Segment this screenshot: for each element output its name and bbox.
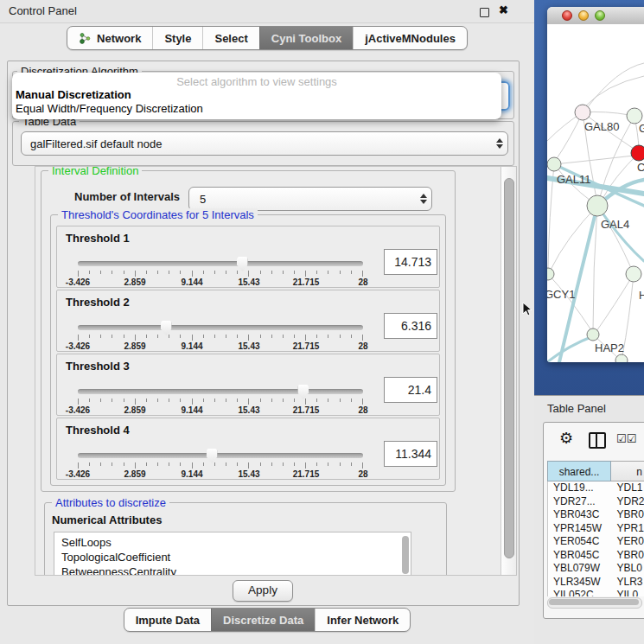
table-row[interactable]: YIL052CYIL0 [548, 589, 644, 596]
network-node-h[interactable] [626, 266, 641, 282]
threshold-coordinates-group: Threshold's Coordinates for 5 Intervals … [50, 214, 446, 486]
table-row[interactable]: YER054CYER0 [548, 535, 644, 549]
table-row[interactable]: YBR043CYBR0 [548, 508, 644, 522]
network-view-window[interactable]: GAL80GCGAL11GAL4GCY1HHAP2 [547, 7, 644, 362]
tick-mark [135, 462, 136, 469]
table-row[interactable]: YDL19...YDL1 [548, 481, 644, 495]
tick-mark [340, 462, 341, 466]
attribute-item-topologicalcoefficient[interactable]: TopologicalCoefficient [54, 550, 411, 564]
tab-style[interactable]: Style [152, 27, 202, 49]
scrollbar-thumb[interactable] [549, 599, 639, 605]
interval-definition-title: Interval Definition [48, 166, 142, 177]
tick-mark [340, 271, 341, 274]
table-cell: YPR145W [548, 522, 611, 536]
threshold-panel-2: Threshold 2-3.4262.8599.14415.4321.71528… [56, 290, 440, 352]
threshold-label: Threshold 4 [66, 424, 130, 437]
network-window-titlebar[interactable] [547, 7, 644, 25]
split-columns-icon[interactable] [589, 432, 606, 449]
scale-label: 28 [358, 405, 367, 415]
vertical-scrollbar[interactable] [501, 167, 516, 575]
tick-mark [192, 335, 193, 341]
table-row[interactable]: YBR045CYBR0 [548, 549, 644, 563]
tick-mark [271, 271, 272, 274]
network-node-gal4[interactable] [587, 195, 608, 216]
bottom-tab-discretize-data[interactable]: Discretize Data [211, 609, 315, 631]
network-node-gal80[interactable] [575, 105, 590, 120]
table-row[interactable]: YDR27...YDR2 [548, 495, 644, 509]
slider-handle[interactable] [207, 449, 218, 463]
list-scrollbar-thumb[interactable] [402, 536, 409, 574]
network-node-gal11[interactable] [547, 157, 561, 171]
table-cell: YIL052C [548, 589, 611, 596]
close-traffic-light-icon[interactable] [562, 10, 572, 21]
close-icon[interactable]: ✖ [499, 3, 508, 16]
tick-mark [294, 335, 295, 338]
checkboxes-icon[interactable]: ☑☑ [616, 432, 636, 445]
slider-ticks [78, 271, 363, 277]
network-node-gcy1[interactable] [547, 268, 554, 280]
threshold-value-field[interactable]: 11.344 [384, 441, 437, 467]
table-row[interactable]: YPR145WYPR1 [548, 522, 644, 536]
float-window-icon[interactable] [480, 8, 489, 17]
slider-track[interactable] [78, 453, 363, 458]
tick-mark [157, 335, 158, 338]
tab-cyni-toolbox[interactable]: Cyni Toolbox [259, 27, 353, 49]
tick-mark [248, 271, 249, 277]
tab-label: Cyni Toolbox [271, 32, 341, 45]
numerical-attributes-list[interactable]: SelfLoopsTopologicalCoefficientBetweenne… [54, 532, 411, 576]
network-node-hap2[interactable] [587, 328, 599, 341]
tab-network[interactable]: Network [67, 27, 152, 49]
tick-mark [100, 271, 101, 274]
number-of-intervals-combobox[interactable]: 5 [188, 187, 432, 211]
horizontal-scrollbar[interactable] [547, 597, 642, 609]
network-edge[interactable] [554, 156, 634, 164]
scale-label: 2.859 [124, 469, 145, 479]
algorithm-option-equal-width-frequency-discretization[interactable]: Equal Width/Frequency Discretization [12, 102, 501, 116]
tick-mark [112, 399, 112, 402]
slider-track[interactable] [78, 325, 363, 330]
threshold-value-field[interactable]: 6.316 [384, 313, 437, 339]
network-node-c[interactable] [631, 145, 644, 161]
apply-button[interactable]: Apply [233, 580, 293, 602]
attribute-item-selfloops[interactable]: SelfLoops [54, 535, 411, 550]
slider-handle[interactable] [161, 321, 172, 335]
scrollbar-thumb[interactable] [504, 178, 514, 558]
algorithm-option-manual-discretization[interactable]: Manual Discretization [12, 88, 501, 102]
tick-mark [214, 399, 215, 402]
network-edge[interactable] [584, 76, 644, 107]
minimize-traffic-light-icon[interactable] [578, 10, 589, 21]
control-panel-titlebar: Control Panel ✖ [0, 0, 534, 23]
column-header-name[interactable]: n [611, 461, 644, 481]
tick-mark [271, 462, 272, 466]
tick-mark [89, 271, 90, 274]
scale-label: 9.144 [181, 469, 202, 479]
threshold-value-field[interactable]: 14.713 [384, 249, 437, 275]
network-edge[interactable] [547, 336, 593, 362]
slider-handle[interactable] [297, 385, 309, 399]
table-data-combobox[interactable]: galFiltered.sif default node [21, 131, 508, 156]
table-header: shared... n [547, 461, 644, 481]
slider-track[interactable] [78, 389, 363, 394]
column-header-shared-name[interactable]: shared... [547, 461, 611, 481]
tick-mark [328, 462, 328, 466]
network-canvas[interactable]: GAL80GCGAL11GAL4GCY1HHAP2 [547, 24, 644, 362]
threshold-value-field[interactable]: 21.4 [384, 377, 437, 403]
slider-track[interactable] [78, 261, 363, 266]
scale-label: 21.715 [293, 341, 320, 351]
tab-jactivemnodules[interactable]: jActiveMNodules [353, 27, 467, 49]
bottom-tab-impute-data[interactable]: Impute Data [124, 609, 211, 631]
threshold-slider: -3.4262.8599.14415.4321.71528 [78, 261, 363, 288]
tick-mark [214, 271, 215, 274]
scale-label: 21.715 [293, 405, 320, 415]
network-node[interactable] [615, 354, 628, 362]
attribute-item-betweennesscentrality[interactable]: BetweennessCentrality [54, 564, 411, 576]
tick-mark [260, 271, 261, 274]
table-row[interactable]: YLR345WYLR3 [548, 576, 644, 590]
table-row[interactable]: YBL079WYBL0 [548, 562, 644, 576]
gear-icon[interactable]: ⚙ [559, 429, 573, 448]
bottom-tab-infer-network[interactable]: Infer Network [315, 609, 410, 631]
slider-handle[interactable] [237, 257, 248, 271]
zoom-traffic-light-icon[interactable] [595, 10, 605, 21]
network-edge[interactable] [597, 206, 644, 261]
tab-select[interactable]: Select [202, 27, 258, 49]
